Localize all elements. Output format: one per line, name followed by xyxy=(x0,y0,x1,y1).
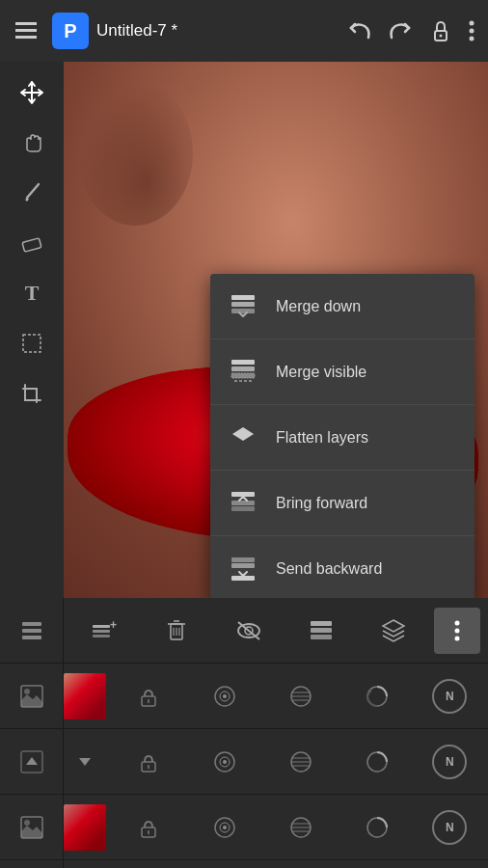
menu-item-flatten-layers[interactable]: Flatten layers xyxy=(210,405,474,471)
svg-marker-18 xyxy=(232,427,254,441)
svg-marker-61 xyxy=(26,757,38,765)
svg-point-5 xyxy=(470,21,474,26)
svg-rect-22 xyxy=(231,557,255,562)
svg-text:+: + xyxy=(110,618,117,632)
layer-1-blend-mode[interactable]: N xyxy=(432,679,467,714)
layer-row-1[interactable]: N xyxy=(0,664,488,729)
svg-rect-41 xyxy=(311,621,332,626)
layer-1-controls: N xyxy=(106,675,488,718)
merge-down-icon xyxy=(226,289,260,324)
flatten-layers-icon xyxy=(226,420,260,455)
layer-2-expand-arrow[interactable] xyxy=(64,739,106,785)
bottom-section: + xyxy=(0,598,488,868)
toolbar-icons xyxy=(341,13,480,49)
layer-2-opacity-button[interactable] xyxy=(203,741,246,783)
svg-rect-1 xyxy=(15,29,37,32)
svg-point-6 xyxy=(470,29,474,34)
menu-item-merge-visible[interactable]: Merge visible xyxy=(210,339,474,405)
layers-stack-button[interactable] xyxy=(370,608,417,654)
lock-button[interactable] xyxy=(422,13,459,49)
svg-rect-30 xyxy=(93,635,110,637)
svg-rect-19 xyxy=(231,501,255,505)
layer-2-blend-mode[interactable]: N xyxy=(432,745,467,779)
move-tool-button[interactable] xyxy=(9,69,55,116)
svg-rect-14 xyxy=(231,360,255,365)
svg-point-79 xyxy=(223,826,227,829)
layer-toolbar: + xyxy=(0,598,488,664)
layer-1-opacity-button[interactable] xyxy=(203,675,246,718)
layer-3-thumbnail xyxy=(64,804,106,851)
layer-3-link-button[interactable] xyxy=(127,806,170,849)
svg-rect-12 xyxy=(231,302,255,307)
layer-row-2[interactable]: N xyxy=(0,729,488,795)
layer-visibility-button[interactable] xyxy=(226,608,272,654)
add-layer-button[interactable]: + xyxy=(81,608,127,654)
eraser-tool-button[interactable] xyxy=(9,220,55,266)
tools-sidebar: T xyxy=(0,62,64,598)
selection-tool-button[interactable] xyxy=(9,320,55,366)
layer-1-thumbnail xyxy=(64,673,106,719)
layers-icon-button[interactable] xyxy=(0,598,64,664)
layer-2-hlines-button[interactable] xyxy=(280,741,322,783)
context-menu: Merge down Merge visible Flatten layers xyxy=(210,274,474,598)
bottom-action-bar xyxy=(0,860,488,868)
svg-marker-62 xyxy=(79,758,91,766)
svg-point-67 xyxy=(223,760,227,764)
svg-rect-23 xyxy=(231,563,255,568)
menu-label-bring-forward: Bring forward xyxy=(276,495,367,512)
undo-button[interactable] xyxy=(341,13,378,49)
document-title: Untitled-7 * xyxy=(96,21,334,41)
menu-item-send-backward[interactable]: Send backward xyxy=(210,536,474,598)
svg-rect-2 xyxy=(15,36,37,39)
svg-point-48 xyxy=(24,689,30,694)
crop-tool-button[interactable] xyxy=(9,370,55,417)
hamburger-button[interactable] xyxy=(8,14,44,47)
layer-3-type-icon xyxy=(0,795,64,860)
app-logo: P xyxy=(52,13,89,49)
menu-item-bring-forward[interactable]: Bring forward xyxy=(210,471,474,536)
menu-label-merge-visible: Merge visible xyxy=(276,364,366,381)
svg-point-44 xyxy=(455,620,460,625)
menu-label-send-backward: Send backward xyxy=(276,560,382,578)
svg-rect-43 xyxy=(311,635,332,639)
overflow-menu-button[interactable] xyxy=(463,14,480,47)
svg-rect-24 xyxy=(231,576,255,581)
svg-rect-25 xyxy=(22,622,41,626)
layer-merge-button[interactable] xyxy=(298,608,344,654)
layer-3-controls: N xyxy=(106,806,488,849)
layer-3-hlines-button[interactable] xyxy=(280,806,322,849)
svg-point-4 xyxy=(440,35,443,38)
layer-1-hlines-button[interactable] xyxy=(280,675,322,718)
bottom-layers-button[interactable] xyxy=(0,860,64,868)
menu-label-flatten-layers: Flatten layers xyxy=(276,429,368,447)
hand-tool-button[interactable] xyxy=(9,120,55,166)
layer-3-opacity-button[interactable] xyxy=(203,806,246,849)
svg-rect-0 xyxy=(15,22,37,25)
svg-point-45 xyxy=(455,628,460,633)
layer-row-3[interactable]: N xyxy=(0,795,488,860)
svg-rect-20 xyxy=(231,506,255,511)
redo-button[interactable] xyxy=(382,13,419,49)
layer-1-adjust-button[interactable] xyxy=(356,675,398,718)
svg-rect-21 xyxy=(231,492,255,497)
layer-3-adjust-button[interactable] xyxy=(356,806,398,849)
svg-rect-10 xyxy=(23,335,41,352)
svg-rect-42 xyxy=(311,628,332,633)
svg-point-46 xyxy=(455,636,460,640)
svg-line-8 xyxy=(27,184,39,198)
layer-3-blend-mode[interactable]: N xyxy=(432,810,467,845)
delete-layer-button[interactable] xyxy=(153,608,200,654)
menu-item-merge-down[interactable]: Merge down xyxy=(210,274,474,339)
svg-point-53 xyxy=(223,694,227,698)
send-backward-icon xyxy=(226,552,260,586)
text-tool-button[interactable]: T xyxy=(9,270,55,316)
layer-2-adjust-button[interactable] xyxy=(356,741,398,783)
layer-1-link-button[interactable] xyxy=(127,675,170,718)
svg-rect-15 xyxy=(231,366,255,371)
layer-more-button[interactable] xyxy=(434,608,480,654)
svg-rect-29 xyxy=(93,630,110,633)
brush-tool-button[interactable] xyxy=(9,170,55,216)
layer-2-link-button[interactable] xyxy=(127,741,170,783)
layer-tools: + xyxy=(64,608,434,654)
svg-point-74 xyxy=(24,820,30,826)
